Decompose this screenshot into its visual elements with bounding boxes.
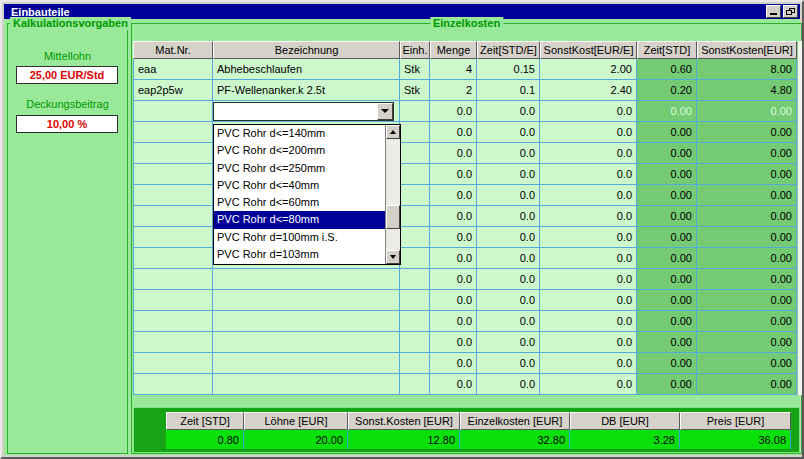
- table-cell[interactable]: 0.0: [477, 311, 540, 332]
- column-header[interactable]: Einh.: [400, 41, 430, 59]
- table-cell[interactable]: 0.0: [540, 311, 637, 332]
- scroll-down-button[interactable]: [386, 250, 400, 264]
- summary-column-header[interactable]: Preis [EUR]: [680, 412, 791, 430]
- table-cell[interactable]: [133, 332, 213, 353]
- table-cell[interactable]: [400, 101, 430, 122]
- table-cell[interactable]: [133, 269, 213, 290]
- mittellohn-field[interactable]: [16, 66, 118, 84]
- table-cell[interactable]: 0.0: [540, 164, 637, 185]
- table-cell[interactable]: Stk: [400, 80, 430, 101]
- dropdown-item[interactable]: PVC Rohr d<=40mm: [214, 177, 385, 194]
- column-header[interactable]: Zeit[STD]: [637, 41, 697, 59]
- table-cell[interactable]: 0.0: [430, 332, 477, 353]
- table-cell[interactable]: 0.0: [477, 353, 540, 374]
- table-cell[interactable]: 0.0: [540, 353, 637, 374]
- table-cell[interactable]: eaa: [133, 59, 213, 80]
- deckungsbeitrag-field[interactable]: [16, 115, 118, 133]
- column-header[interactable]: Mat.Nr.: [133, 41, 213, 59]
- table-cell[interactable]: [213, 353, 400, 374]
- table-cell[interactable]: Stk: [400, 59, 430, 80]
- table-cell[interactable]: 0.0: [430, 311, 477, 332]
- table-cell[interactable]: 0.0: [477, 227, 540, 248]
- table-cell[interactable]: 0.1: [477, 80, 540, 101]
- scroll-thumb[interactable]: [386, 205, 400, 229]
- table-cell[interactable]: 0.0: [540, 332, 637, 353]
- table-cell[interactable]: eap2p5w: [133, 80, 213, 101]
- summary-column-header[interactable]: Sonst.Kosten [EUR]: [348, 412, 460, 430]
- table-cell[interactable]: [133, 185, 213, 206]
- table-cell[interactable]: 0.0: [430, 101, 477, 122]
- table-cell[interactable]: [400, 374, 430, 395]
- summary-column-header[interactable]: DB [EUR]: [570, 412, 680, 430]
- table-cell[interactable]: PF-Wellenanker.k 2.5t: [213, 80, 400, 101]
- scroll-up-button[interactable]: [386, 125, 400, 139]
- table-cell[interactable]: [133, 353, 213, 374]
- table-cell[interactable]: 0.0: [540, 206, 637, 227]
- table-cell[interactable]: 0.0: [477, 269, 540, 290]
- table-cell[interactable]: 0.0: [477, 374, 540, 395]
- table-cell[interactable]: 0.0: [540, 248, 637, 269]
- table-scrollbar[interactable]: [797, 41, 802, 395]
- table-cell[interactable]: Abhebeschlaufen: [213, 59, 400, 80]
- table-cell[interactable]: 0.0: [430, 164, 477, 185]
- table-cell[interactable]: 0.0: [540, 269, 637, 290]
- combo-dropdown-button[interactable]: [377, 103, 393, 120]
- table-cell[interactable]: 0.0: [477, 101, 540, 122]
- dropdown-item[interactable]: PVC Rohr d=103mm: [214, 246, 385, 263]
- column-header[interactable]: Zeit[STD/E]: [477, 41, 540, 59]
- table-cell[interactable]: 0.0: [477, 248, 540, 269]
- table-cell[interactable]: 0.0: [430, 122, 477, 143]
- table-cell[interactable]: [133, 143, 213, 164]
- table-cell[interactable]: 0.0: [477, 143, 540, 164]
- table-cell[interactable]: [400, 269, 430, 290]
- table-cell[interactable]: [400, 248, 430, 269]
- table-cell[interactable]: [133, 206, 213, 227]
- table-cell[interactable]: 0.0: [430, 227, 477, 248]
- table-cell[interactable]: 0.0: [477, 206, 540, 227]
- column-header[interactable]: SonstKost[EUR/E]: [540, 41, 637, 59]
- column-header[interactable]: Menge: [430, 41, 477, 59]
- table-cell[interactable]: 0.0: [477, 164, 540, 185]
- dropdown-item[interactable]: PVC Rohr d<=80mm: [214, 211, 385, 228]
- table-cell[interactable]: 0.0: [430, 353, 477, 374]
- dropdown-scrollbar[interactable]: [385, 125, 400, 264]
- table-cell[interactable]: [213, 290, 400, 311]
- table-cell[interactable]: 0.0: [477, 332, 540, 353]
- table-cell[interactable]: 0.0: [477, 185, 540, 206]
- table-cell[interactable]: [133, 164, 213, 185]
- table-cell[interactable]: 0.0: [477, 122, 540, 143]
- table-cell[interactable]: [400, 311, 430, 332]
- table-cell[interactable]: [133, 101, 213, 122]
- table-cell[interactable]: [213, 374, 400, 395]
- table-cell[interactable]: [400, 122, 430, 143]
- table-cell[interactable]: 0.0: [540, 374, 637, 395]
- table-cell[interactable]: 0.0: [430, 185, 477, 206]
- table-cell[interactable]: 0.0: [540, 290, 637, 311]
- bezeichnung-combo-input[interactable]: [214, 103, 377, 120]
- table-cell[interactable]: [400, 227, 430, 248]
- table-cell[interactable]: [400, 206, 430, 227]
- table-cell[interactable]: 0.0: [430, 206, 477, 227]
- table-cell[interactable]: 2.40: [540, 80, 637, 101]
- restore-button[interactable]: [783, 5, 798, 18]
- table-cell[interactable]: 0.0: [540, 143, 637, 164]
- column-header[interactable]: SonstKosten[EUR]: [697, 41, 797, 59]
- table-cell[interactable]: 2.00: [540, 59, 637, 80]
- table-cell[interactable]: 2: [430, 80, 477, 101]
- table-cell[interactable]: [213, 332, 400, 353]
- table-cell[interactable]: 4: [430, 59, 477, 80]
- dropdown-item[interactable]: PVC Rohr d<=60mm: [214, 194, 385, 211]
- table-cell[interactable]: [133, 122, 213, 143]
- table-cell[interactable]: 0.0: [430, 290, 477, 311]
- table-cell[interactable]: 0.15: [477, 59, 540, 80]
- table-cell[interactable]: 0.0: [540, 227, 637, 248]
- table-cell[interactable]: [400, 164, 430, 185]
- table-cell[interactable]: 0.0: [430, 248, 477, 269]
- table-cell[interactable]: 0.0: [477, 290, 540, 311]
- minimize-button[interactable]: [766, 5, 781, 18]
- table-cell[interactable]: [133, 311, 213, 332]
- table-cell[interactable]: [400, 143, 430, 164]
- table-cell[interactable]: 0.0: [540, 122, 637, 143]
- dropdown-item[interactable]: PVC Rohr d<=200mm: [214, 142, 385, 159]
- table-cell[interactable]: [133, 374, 213, 395]
